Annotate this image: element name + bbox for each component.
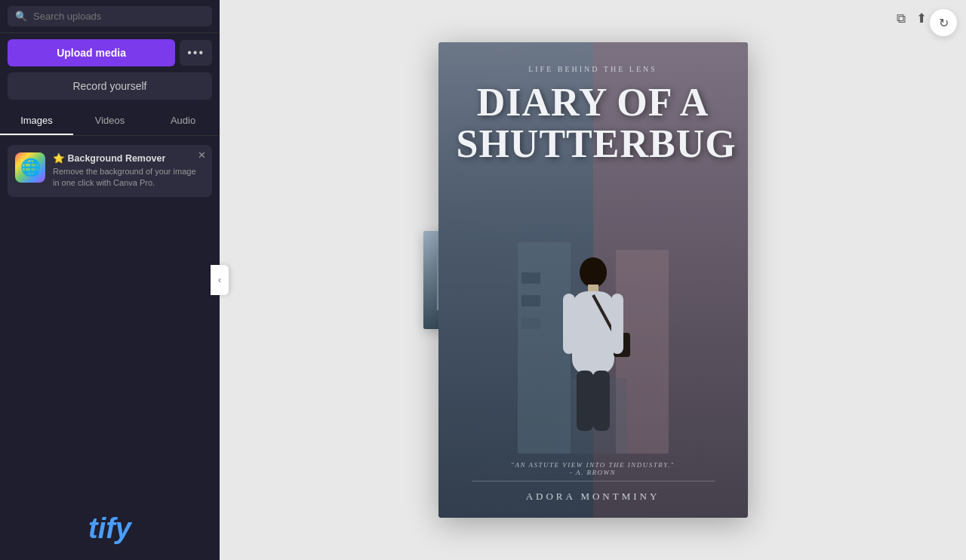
copy-button[interactable]: ⧉ [895, 9, 907, 28]
media-tabs: Images Videos Audio [0, 107, 220, 136]
upload-row: Upload media ••• [0, 33, 220, 72]
close-bg-remover-button[interactable]: ✕ [198, 149, 206, 161]
svg-rect-11 [521, 318, 540, 329]
refresh-icon: ↻ [939, 16, 949, 30]
tab-audio[interactable]: Audio [146, 107, 220, 135]
search-input[interactable] [33, 11, 205, 22]
svg-rect-10 [521, 295, 540, 306]
bg-remover-icon: 🌐 [15, 152, 45, 183]
record-yourself-button[interactable]: Record yourself [8, 72, 212, 100]
svg-point-13 [580, 257, 607, 288]
book-person-area [457, 165, 730, 461]
bg-remover-text: ⭐ Background Remover Remove the backgrou… [53, 152, 205, 189]
bg-remover-description: Remove the background of your image in o… [53, 166, 205, 189]
svg-rect-9 [521, 272, 540, 284]
book-title: DIARY OF A SHUTTERBUG [457, 82, 730, 165]
share-icon: ⬆ [916, 11, 927, 26]
background-remover-card: 🌐 ⭐ Background Remover Remove the backgr… [8, 145, 212, 197]
book-author: ADORA MONTMINY [472, 481, 715, 503]
upload-media-button[interactable]: Upload media [8, 39, 175, 66]
book-cover[interactable]: LIFE BEHIND THE LENS DIARY OF A SHUTTERB… [438, 42, 748, 518]
more-options-button[interactable]: ••• [180, 40, 212, 66]
book-subtitle: LIFE BEHIND THE LENS [457, 65, 730, 73]
book-content: LIFE BEHIND THE LENS DIARY OF A SHUTTERB… [438, 42, 748, 518]
tab-videos[interactable]: Videos [73, 107, 146, 135]
svg-rect-20 [577, 371, 593, 431]
sidebar-brand: tify [88, 512, 131, 545]
collapse-handle[interactable]: ‹ [211, 265, 229, 295]
canvas-area: ⧉ ⬆ ↻ [220, 0, 966, 560]
svg-rect-15 [572, 291, 614, 374]
search-icon: 🔍 [15, 11, 27, 22]
svg-rect-19 [611, 294, 623, 354]
book-quote: "AN ASTUTE VIEW INTO THE INDUSTRY." - A.… [457, 461, 730, 476]
svg-rect-21 [593, 371, 610, 431]
sidebar: 🔍 Upload media ••• Record yourself Image… [0, 0, 220, 560]
bg-remover-title: ⭐ Background Remover [53, 152, 205, 164]
canvas-toolbar: ⧉ ⬆ [895, 9, 928, 28]
svg-rect-14 [588, 285, 598, 292]
search-input-wrap[interactable]: 🔍 [8, 6, 212, 26]
app-layout: 🔍 Upload media ••• Record yourself Image… [0, 0, 966, 560]
copy-icon: ⧉ [897, 11, 906, 26]
person-svg [518, 227, 669, 454]
svg-rect-18 [563, 294, 575, 354]
chevron-left-icon: ‹ [218, 275, 221, 285]
share-button[interactable]: ⬆ [915, 9, 928, 28]
tab-images[interactable]: Images [0, 107, 73, 135]
ai-refresh-button[interactable]: ↻ [930, 9, 957, 36]
search-bar-container: 🔍 [0, 0, 220, 33]
